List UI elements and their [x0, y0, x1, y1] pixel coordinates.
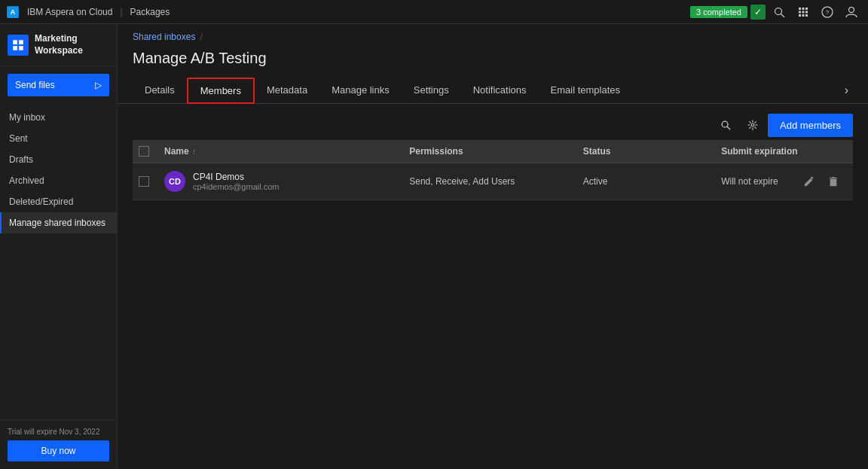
svg-rect-16 — [13, 40, 17, 44]
sidebar-item-drafts[interactable]: Drafts — [0, 149, 117, 170]
svg-rect-4 — [799, 8, 801, 10]
send-files-button[interactable]: Send files ▷ — [8, 74, 109, 96]
delete-button[interactable] — [823, 171, 844, 192]
row-expiration-cell: Will not expire — [712, 163, 853, 200]
brand-name-label: IBM Aspera on Cloud — [27, 7, 112, 17]
member-email: cp4idemos@gmail.com — [193, 182, 280, 191]
main-content: Shared inboxes / Manage A/B Testing Deta… — [118, 24, 868, 469]
row-permissions-cell: Send, Receive, Add Users — [400, 163, 574, 200]
table-settings-button[interactable] — [741, 113, 765, 137]
brand-area: A IBM Aspera on Cloud | Packages — [6, 5, 170, 19]
sidebar-item-sent[interactable]: Sent — [0, 128, 117, 149]
header-name[interactable]: Name ↑ — [155, 140, 400, 163]
name-sort-icon: ↑ — [192, 148, 196, 156]
topbar-separator: | — [120, 7, 122, 17]
topbar: A IBM Aspera on Cloud | Packages 3 compl… — [0, 0, 868, 24]
header-permissions: Permissions — [400, 140, 574, 163]
svg-rect-18 — [13, 46, 17, 50]
table-area: Add members Name ↑ — [118, 104, 868, 469]
sidebar-item-deleted-expired[interactable]: Deleted/Expired — [0, 191, 117, 212]
svg-rect-9 — [805, 11, 808, 13]
row-actions — [799, 171, 844, 192]
svg-rect-6 — [805, 8, 808, 10]
svg-rect-17 — [19, 40, 23, 44]
svg-rect-10 — [799, 14, 801, 17]
tab-notifications[interactable]: Notifications — [461, 78, 539, 103]
svg-rect-8 — [802, 11, 805, 13]
breadcrumb-separator: / — [200, 32, 202, 42]
completed-label: 3 completed — [696, 8, 741, 17]
member-info: CP4I Demos cp4idemos@gmail.com — [193, 172, 280, 191]
sidebar-brand: Marketing Workspace — [0, 24, 117, 66]
trial-text: Trial will expire Nov 3, 2022 — [8, 428, 109, 436]
completed-check-icon[interactable]: ✓ — [750, 5, 766, 20]
tabs-scroll-button[interactable]: › — [840, 81, 853, 100]
tabs-container: Details Members Metadata Manage links Se… — [118, 78, 868, 104]
user-button[interactable] — [841, 2, 862, 23]
main-layout: Marketing Workspace Send files ▷ My inbo… — [0, 24, 868, 469]
help-button[interactable]: ? — [817, 2, 838, 23]
table-header-row: Name ↑ Permissions Status Submit expirat… — [133, 140, 853, 163]
topbar-right: 3 completed ✓ ? — [690, 2, 862, 23]
svg-point-22 — [751, 123, 754, 126]
add-members-button[interactable]: Add members — [768, 114, 853, 137]
sidebar-item-manage-shared-inboxes[interactable]: Manage shared inboxes — [0, 212, 117, 233]
svg-line-21 — [727, 126, 730, 129]
table-toolbar: Add members — [133, 113, 853, 137]
table-search-button[interactable] — [714, 113, 738, 137]
svg-rect-7 — [799, 11, 801, 13]
svg-rect-11 — [802, 14, 805, 17]
svg-point-15 — [849, 7, 854, 12]
sidebar: Marketing Workspace Send files ▷ My inbo… — [0, 24, 118, 469]
apps-button[interactable] — [793, 2, 814, 23]
search-button[interactable] — [769, 2, 790, 23]
sidebar-nav: My inbox Sent Drafts Archived Deleted/Ex… — [0, 104, 117, 419]
send-arrow-icon: ▷ — [95, 80, 102, 90]
sidebar-item-my-inbox[interactable]: My inbox — [0, 107, 117, 128]
row-name-cell: CD CP4I Demos cp4idemos@gmail.com — [155, 163, 400, 200]
svg-rect-12 — [805, 14, 808, 17]
data-table: Name ↑ Permissions Status Submit expirat… — [133, 140, 853, 200]
tab-metadata[interactable]: Metadata — [255, 78, 319, 103]
brand-icon — [8, 35, 29, 56]
breadcrumb: Shared inboxes / — [118, 24, 868, 47]
svg-rect-5 — [802, 8, 805, 10]
sidebar-bottom: Trial will expire Nov 3, 2022 Buy now — [0, 419, 117, 469]
header-submit-expiration: Submit expiration — [712, 140, 853, 163]
tab-email-templates[interactable]: Email templates — [539, 78, 632, 103]
header-status: Status — [574, 140, 712, 163]
breadcrumb-link[interactable]: Shared inboxes — [133, 32, 195, 42]
svg-rect-19 — [19, 46, 23, 50]
tab-details[interactable]: Details — [133, 78, 187, 103]
svg-text:A: A — [11, 8, 16, 16]
tab-members[interactable]: Members — [187, 78, 255, 104]
topbar-nav-item[interactable]: Packages — [130, 7, 170, 17]
svg-text:?: ? — [826, 8, 830, 15]
row-checkbox[interactable] — [139, 176, 149, 187]
member-name: CP4I Demos — [193, 172, 280, 182]
row-status-cell: Active — [574, 163, 712, 200]
sidebar-item-archived[interactable]: Archived — [0, 170, 117, 191]
table-row: CD CP4I Demos cp4idemos@gmail.com Send, … — [133, 163, 853, 200]
completed-badge: 3 completed — [690, 6, 747, 18]
brand-logo: A — [6, 5, 23, 19]
header-checkbox-col — [133, 140, 155, 163]
avatar: CD — [164, 171, 185, 192]
page-title: Manage A/B Testing — [118, 47, 868, 78]
row-checkbox-cell — [133, 163, 155, 200]
tab-settings[interactable]: Settings — [402, 78, 461, 103]
member-cell: CD CP4I Demos cp4idemos@gmail.com — [164, 171, 391, 192]
select-all-checkbox[interactable] — [139, 146, 149, 157]
tab-manage-links[interactable]: Manage links — [319, 78, 402, 103]
svg-line-3 — [781, 14, 784, 17]
edit-button[interactable] — [799, 171, 820, 192]
buy-now-button[interactable]: Buy now — [8, 440, 109, 461]
sidebar-brand-name: Marketing Workspace — [35, 33, 109, 56]
